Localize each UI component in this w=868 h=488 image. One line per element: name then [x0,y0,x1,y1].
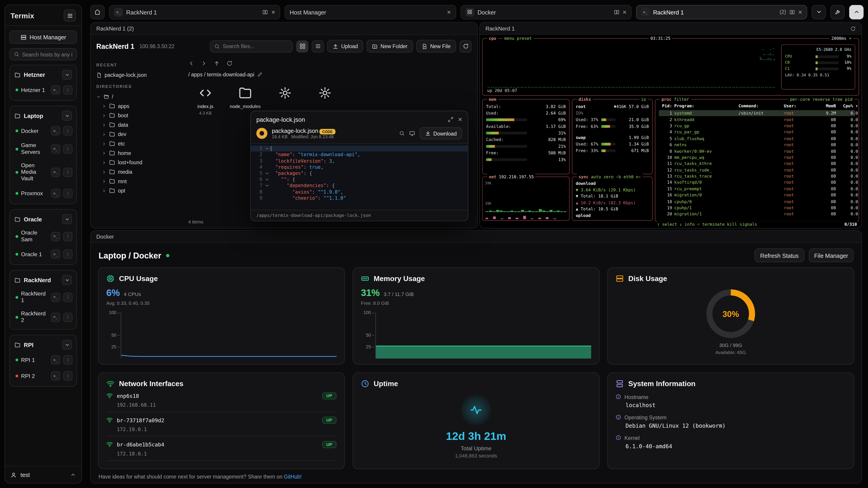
process-row[interactable]: 5slub_flushwqroot0B0.0 [659,135,855,142]
tab-racknerd-1-active[interactable]: >_ RackNerd 1 (2) × [636,5,807,19]
file-manager-button[interactable]: File Manager [809,249,854,262]
tree-directory[interactable]: boot [96,111,176,120]
sidebar-host-item[interactable]: Open Media Vault>_⋮ [13,159,73,186]
download-button[interactable]: Download [420,127,462,139]
kebab-menu-button[interactable]: ⋮ [63,167,72,177]
chevron-down-icon[interactable] [62,275,72,285]
connect-terminal-button[interactable]: >_ [51,189,60,198]
host-manager-button[interactable]: Host Manager [9,31,77,44]
process-row[interactable]: 14ksoftirqd/0root0B0.0 [659,180,855,186]
kebab-menu-button[interactable]: ⋮ [63,232,72,241]
process-row[interactable]: 18cpuhp/0root0B0.0 [659,198,855,205]
kebab-menu-button[interactable]: ⋮ [63,126,72,135]
process-row[interactable]: 2kthreaddroot0B0.0 [659,116,855,123]
edit-path-icon[interactable] [258,72,263,77]
tree-directory[interactable]: mnt [96,176,176,186]
process-row[interactable]: 1systemd/sbin/initroot9.2M0.0 [659,110,855,116]
sidebar-host-item[interactable]: Oracle Sam>_⋮ [13,226,73,246]
kebab-menu-button[interactable]: ⋮ [63,371,72,381]
connect-terminal-button[interactable]: >_ [51,250,60,259]
connect-terminal-button[interactable]: >_ [51,232,60,241]
group-header[interactable]: Oracle [13,212,73,226]
breadcrumb[interactable]: / apps / termix-download-api [188,71,471,77]
process-row[interactable]: 11rcu_tasks_kthreroot0B0.0 [659,161,855,167]
tab-docker[interactable]: Docker × [460,5,631,19]
close-icon[interactable]: × [622,8,626,15]
connect-terminal-button[interactable]: >_ [51,371,60,381]
kebab-menu-button[interactable]: ⋮ [63,355,72,365]
kebab-menu-button[interactable]: ⋮ [63,189,72,198]
close-icon[interactable]: × [458,115,462,123]
tree-directory[interactable]: lost+found [96,158,176,167]
code-preview[interactable]: 1{2 "name": "termix-download-api",3 "loc… [251,143,468,210]
group-header[interactable]: RackNerd [13,273,73,287]
recent-file-item[interactable]: package-lock.json [96,70,176,80]
group-header[interactable]: RPI [13,337,73,352]
tab-racknerd-1[interactable]: >_ RackNerd 1 × [109,5,280,19]
sidebar-host-item[interactable]: Docker>_⋮ [13,123,73,139]
process-row[interactable]: 16migration/0root0B0.0 [659,192,855,198]
tree-root[interactable]: / [96,92,176,101]
refresh-button[interactable] [460,40,472,53]
collapse-button[interactable] [849,5,864,19]
tree-directory[interactable]: media [96,167,176,177]
tab-host-manager[interactable]: Host Manager × [285,5,456,19]
sidebar-host-item[interactable]: Game Servers>_⋮ [13,139,73,159]
expand-icon[interactable] [448,117,454,122]
tree-directory[interactable]: dev [96,129,176,139]
home-button[interactable] [90,5,105,19]
process-row[interactable]: 10mm_percpu_wqroot0B0.0 [659,154,855,161]
sidebar-host-item[interactable]: RackNerd 2>_⋮ [13,307,73,327]
new-file-button[interactable]: New File [416,40,456,53]
connect-terminal-button[interactable]: >_ [51,355,60,365]
kebab-menu-button[interactable]: ⋮ [63,312,72,322]
connect-terminal-button[interactable]: >_ [51,144,60,154]
search-in-file-icon[interactable] [399,131,404,136]
refresh-directory-button[interactable] [226,60,232,66]
user-footer[interactable]: test [5,466,81,483]
refresh-status-button[interactable]: Refresh Status [755,249,804,262]
connect-terminal-button[interactable]: >_ [51,85,60,95]
sidebar-host-item[interactable]: RackNerd 1>_⋮ [13,287,73,307]
close-icon[interactable]: × [798,8,802,15]
new-folder-button[interactable]: New Folder [367,40,413,53]
terminal[interactable]: cpu menu preset 03:31:25 2000ms + ⢀ ⡀⠄⣀⢀… [480,35,861,228]
tree-directory[interactable]: opt [96,186,176,195]
kebab-menu-button[interactable]: ⋮ [63,292,72,302]
split-icon[interactable] [262,9,268,14]
group-header[interactable]: Hetzner [13,68,73,82]
github-link[interactable]: GitHub! [284,474,302,480]
open-in-editor-icon[interactable] [409,130,415,136]
connect-terminal-button[interactable]: >_ [51,126,60,135]
list-view-button[interactable] [312,40,324,53]
split-icon[interactable] [789,9,795,14]
kebab-menu-button[interactable]: ⋮ [63,144,72,154]
up-directory-button[interactable] [214,60,220,66]
process-row[interactable]: 12rcu_tasks_rude_root0B0.0 [659,167,855,173]
sidebar-host-item[interactable]: Oracle 1>_⋮ [13,246,73,262]
sync-icon[interactable] [850,26,856,31]
chevron-down-icon[interactable] [62,111,72,121]
hamburger-menu-button[interactable] [64,9,76,22]
process-row[interactable]: 4rcu_par_gproot0B0.0 [659,129,855,135]
split-icon[interactable] [614,9,619,14]
connect-terminal-button[interactable]: >_ [51,167,60,177]
sidebar-host-item[interactable]: Proxmox>_⋮ [13,185,73,201]
chevron-down-icon[interactable] [62,214,72,224]
tabs-dropdown-button[interactable] [811,5,826,19]
chevron-down-icon[interactable] [62,340,72,350]
tree-directory[interactable]: etc [96,139,176,149]
chevron-up-icon[interactable] [70,472,76,477]
close-icon[interactable]: × [447,8,451,15]
host-search[interactable] [9,48,77,60]
host-search-input[interactable] [22,51,72,57]
file-search[interactable] [210,40,293,53]
process-row[interactable]: 13rcu_tasks_traceroot0B0.0 [659,173,855,180]
back-button[interactable] [188,60,194,66]
kebab-menu-button[interactable]: ⋮ [63,85,72,95]
admin-wrench-button[interactable] [830,5,845,19]
kebab-menu-button[interactable]: ⋮ [63,250,72,259]
file-search-input[interactable] [223,43,288,49]
group-header[interactable]: Laptop [13,108,73,123]
process-row[interactable]: 15rcu_preemptroot0B0.0 [659,186,855,192]
